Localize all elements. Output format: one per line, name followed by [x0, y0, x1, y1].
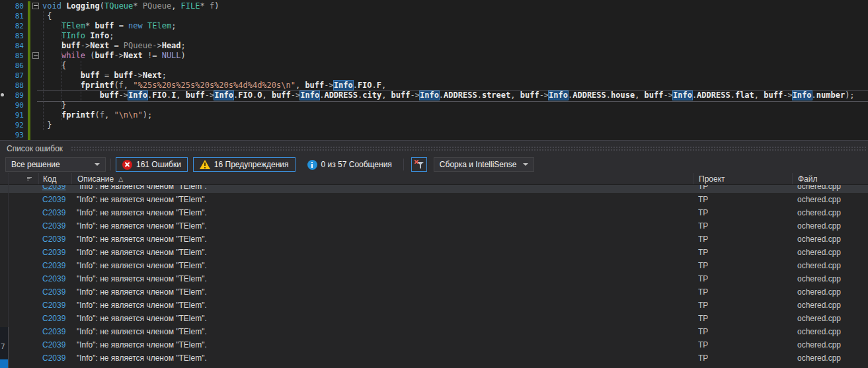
code-token: f [119, 81, 124, 90]
error-row[interactable]: C2039"Info": не является членом "TElem".… [0, 233, 868, 246]
error-file: ochered.cpp [792, 208, 868, 217]
fold-margin[interactable] [30, 1, 42, 11]
collapse-icon[interactable] [32, 52, 39, 59]
code-token: -> [81, 41, 90, 50]
code-line-93[interactable]: 93 [0, 130, 868, 140]
collapse-icon[interactable] [32, 3, 39, 9]
line-number[interactable]: 91 [0, 110, 26, 120]
error-code-link[interactable]: C2039 [38, 248, 71, 257]
titlebar-drag-handle[interactable] [71, 146, 867, 151]
line-number[interactable]: 88 [0, 81, 26, 91]
project-column-header[interactable]: Проект [693, 173, 792, 184]
error-file: ochered.cpp [792, 248, 868, 257]
error-code-link[interactable]: C2039 [38, 353, 71, 363]
highlighted-reference: Info [300, 91, 319, 100]
code-line-83[interactable]: 83 TInfo Info; [0, 31, 868, 41]
toolbar-separator [403, 159, 404, 170]
scope-dropdown[interactable]: Все решение [5, 157, 106, 172]
error-row[interactable]: C2039"Info": не является членом "TElem".… [0, 299, 868, 312]
code-line-81[interactable]: 81 { [0, 11, 868, 21]
error-list-titlebar[interactable]: Список ошибок [0, 141, 868, 156]
line-number[interactable]: 86 [0, 61, 26, 71]
error-row[interactable]: C2039"Info": не является членом "TElem".… [0, 312, 868, 325]
line-number[interactable]: 87 [0, 71, 26, 81]
error-row[interactable]: C2039"Info": не является членом "TElem".… [0, 259, 868, 272]
code-line-80[interactable]: 80void Logging(TQueue* PQueue, FILE* f) [0, 1, 868, 11]
error-row[interactable]: C2039"Info": не является членом "TElem".… [0, 185, 868, 193]
error-row[interactable]: C2039"Info": не является членом "TElem".… [0, 325, 868, 338]
line-number[interactable]: 81 [0, 11, 26, 21]
line-number[interactable]: 85 [0, 51, 26, 61]
error-row[interactable]: C2039"Info": не является членом "TElem".… [0, 206, 868, 219]
fold-margin[interactable] [30, 51, 42, 61]
error-code-link[interactable]: C2039 [38, 287, 71, 297]
error-code-link[interactable]: C2039 [38, 261, 71, 270]
partially-scrolled-row[interactable]: C2039"Info": не является членом "TElem".… [0, 185, 868, 193]
clear-filter-button[interactable] [411, 157, 427, 172]
error-project: ТР [693, 340, 792, 350]
line-number[interactable]: 82 [0, 21, 26, 31]
error-list-rows: C2039"Info": не является членом "TElem".… [0, 185, 868, 367]
error-row[interactable]: C2039"Info": не является членом "TElem".… [0, 285, 868, 299]
file-column-header[interactable]: Файл [792, 173, 868, 184]
error-row[interactable]: C2039"Info": не является членом "TElem".… [0, 246, 868, 259]
error-file: ochered.cpp [792, 301, 868, 310]
error-code-link[interactable]: C2039 [38, 314, 71, 323]
error-project: ТР [693, 287, 792, 297]
errors-toggle-button[interactable]: 161 Ошибки [116, 157, 188, 172]
error-code-link[interactable]: C2039 [38, 301, 71, 310]
line-number[interactable]: 80 [0, 1, 26, 11]
description-column-header[interactable]: Описание △ [71, 173, 693, 184]
code-line-90[interactable]: 90 } [0, 100, 868, 110]
code-token: TElem [61, 21, 85, 30]
error-code-link[interactable]: C2039 [38, 327, 71, 336]
error-description: "Info": не является членом "TElem". [71, 185, 693, 191]
error-code-link[interactable]: C2039 [38, 208, 71, 217]
code-token: buff [95, 21, 114, 30]
error-row[interactable]: C2039"Info": не является членом "TElem".… [0, 338, 868, 351]
error-row[interactable]: C2039"Info": не является членом "TElem".… [0, 365, 868, 367]
warnings-toggle-label: 16 Предупреждения [214, 160, 289, 169]
code-token: ( [114, 81, 118, 90]
code-line-85[interactable]: 85 while (buff->Next != NULL) [0, 51, 868, 61]
code-column-header[interactable]: Код [38, 173, 71, 184]
error-code-link[interactable]: C2039 [38, 185, 71, 191]
messages-toggle-button[interactable]: 0 из 57 Сообщения [301, 157, 399, 172]
error-code-link[interactable]: C2039 [38, 221, 71, 231]
error-row[interactable]: C2039"Info": не является членом "TElem".… [0, 351, 868, 365]
code-token: { [47, 11, 52, 20]
partially-visible-row[interactable]: C2039"Info": не является членом "TElem".… [0, 365, 868, 367]
code-line-84[interactable]: 84 buff->Next = PQueue->Head; [0, 41, 868, 51]
error-code-link[interactable]: C2039 [38, 340, 71, 350]
code-line-92[interactable]: 92 } [0, 120, 868, 130]
error-row[interactable]: C2039"Info": не является членом "TElem".… [0, 219, 868, 233]
error-description: "Info": не является членом "TElem". [71, 235, 693, 244]
error-code-link[interactable]: C2039 [38, 235, 71, 244]
error-row[interactable]: C2039"Info": не является членом "TElem".… [0, 193, 868, 206]
fold-margin [30, 81, 42, 91]
code-line-86[interactable]: 86 { [0, 61, 868, 71]
code-editor[interactable]: 80void Logging(TQueue* PQueue, FILE* f)8… [0, 0, 868, 140]
code-line-91[interactable]: 91 fprintf(f, "\n\n"); [0, 110, 868, 120]
code-line-87[interactable]: 87 buff = buff->Next; [0, 71, 868, 81]
code-token: . [372, 81, 377, 90]
line-number[interactable]: 83 [0, 31, 26, 41]
code-token: TQueue [104, 1, 133, 11]
build-intellisense-dropdown[interactable]: Сборка и IntelliSense [434, 157, 534, 172]
line-number[interactable]: 93 [0, 130, 26, 140]
line-number[interactable]: 84 [0, 41, 26, 51]
code-line-88[interactable]: 88 fprintf(f, "%25s%20s%25s%20s%20s%4d%4… [0, 81, 868, 91]
severity-column-header[interactable] [25, 173, 38, 184]
code-token: city [362, 91, 381, 100]
error-row[interactable]: C2039"Info": не является членом "TElem".… [0, 272, 868, 285]
error-code-link[interactable]: C2039 [38, 367, 71, 367]
code-line-89[interactable]: 89 buff->Info.FIO.I, buff->Info.FIO.O, b… [0, 91, 868, 100]
error-code-link[interactable]: C2039 [38, 274, 71, 283]
line-number[interactable]: 92 [0, 120, 26, 130]
warnings-toggle-button[interactable]: 16 Предупреждения [193, 157, 296, 172]
code-line-82[interactable]: 82 TElem* buff = new TElem; [0, 21, 868, 31]
line-number[interactable]: 90 [0, 100, 26, 110]
code-token: Next [143, 71, 162, 80]
line-number[interactable]: 89 [0, 91, 26, 100]
error-code-link[interactable]: C2039 [38, 195, 71, 204]
